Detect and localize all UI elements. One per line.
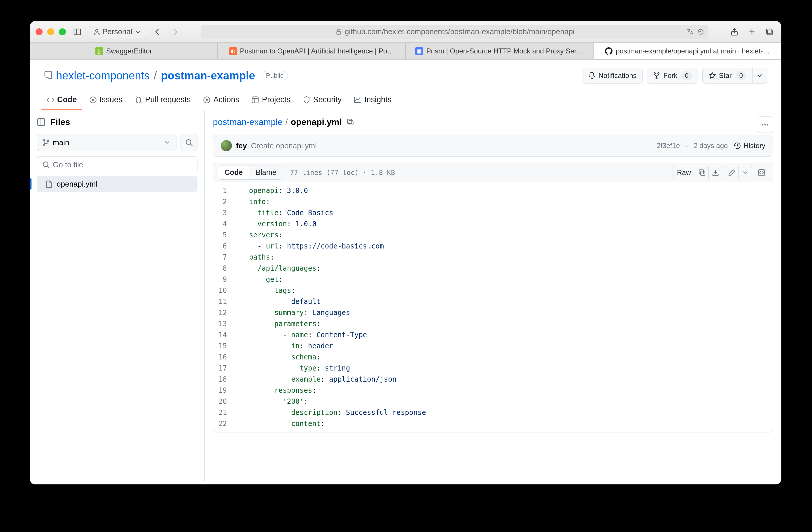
play-icon	[203, 96, 211, 104]
download-icon	[712, 169, 719, 176]
panel-icon[interactable]	[37, 118, 45, 126]
raw-button[interactable]: Raw	[672, 166, 695, 179]
repo-link[interactable]: postman-example	[161, 70, 255, 82]
code-toolbar: Code Blame 77 lines (77 loc) · 1.8 KB Ra…	[213, 163, 773, 182]
svg-rect-37	[699, 170, 704, 174]
shield-icon	[303, 96, 310, 104]
notifications-button[interactable]: Notifications	[582, 68, 643, 84]
new-tab-icon[interactable]	[746, 26, 758, 38]
swagger-favicon: {}	[95, 47, 103, 55]
copy-icon	[698, 169, 706, 176]
code-tab[interactable]: Code	[218, 166, 249, 179]
fork-label: Fork	[663, 72, 677, 80]
tab-prism[interactable]: ▣Prism | Open-Source HTTP Mock and Proxy…	[406, 43, 594, 59]
kebab-icon	[761, 121, 769, 129]
share-icon[interactable]	[728, 26, 741, 38]
nav-projects[interactable]: Projects	[246, 90, 296, 110]
repo-path: hexlet-components / postman-example Publ…	[44, 70, 288, 82]
file-name: openapi.yml	[57, 180, 98, 188]
more-options-button[interactable]	[757, 116, 773, 133]
author-avatar[interactable]	[221, 140, 232, 151]
reload-icon[interactable]	[697, 28, 705, 36]
svg-rect-7	[768, 30, 772, 34]
bell-icon	[588, 72, 596, 80]
edit-button[interactable]	[725, 166, 739, 179]
nav-actions[interactable]: Actions	[198, 90, 245, 110]
nav-label: Issues	[100, 95, 122, 104]
svg-point-9	[654, 72, 656, 74]
breadcrumb-separator: /	[285, 117, 288, 127]
back-button[interactable]	[151, 26, 164, 38]
svg-rect-22	[38, 118, 45, 126]
commit-sha[interactable]: 2f3ef1e	[656, 142, 680, 150]
file-tree-item[interactable]: openapi.yml	[37, 176, 198, 192]
fork-button[interactable]: Fork 0	[647, 68, 698, 84]
forward-button[interactable]	[169, 26, 181, 38]
tab-swagger[interactable]: {}SwaggerEditor	[30, 43, 218, 59]
nav-insights[interactable]: Insights	[349, 90, 397, 110]
history-button[interactable]: History	[734, 142, 765, 150]
profile-button[interactable]: Personal	[89, 26, 146, 38]
svg-rect-32	[347, 119, 352, 124]
pull-request-icon	[135, 96, 142, 104]
minimize-window-button[interactable]	[47, 28, 54, 35]
download-button[interactable]	[709, 166, 722, 179]
svg-line-28	[190, 144, 192, 146]
nav-label: Insights	[364, 95, 391, 104]
translate-icon[interactable]	[686, 28, 694, 36]
svg-rect-0	[74, 29, 81, 35]
fork-icon	[653, 72, 660, 80]
file-view: postman-example / openapi.yml fey Create…	[205, 110, 781, 481]
svg-point-2	[96, 29, 98, 32]
edit-menu-button[interactable]	[739, 166, 752, 179]
svg-point-24	[43, 139, 45, 141]
svg-point-11	[656, 78, 657, 79]
tab-label: Prism | Open-Source HTTP Mock and Proxy …	[426, 47, 583, 55]
svg-point-26	[47, 140, 49, 142]
sidebar-toggle-icon[interactable]	[71, 26, 83, 38]
source-code[interactable]: openapi: 3.0.0 info: title: Code Basics …	[232, 182, 426, 432]
blame-tab[interactable]: Blame	[249, 166, 283, 179]
nav-label: Code	[57, 95, 77, 104]
nav-security[interactable]: Security	[298, 90, 347, 110]
nav-pulls[interactable]: Pull requests	[130, 90, 196, 110]
star-menu-button[interactable]	[753, 68, 767, 84]
latest-commit: fey Create openapi.yml 2f3ef1e · 2 days …	[213, 135, 773, 157]
branch-selector[interactable]: main	[37, 134, 176, 151]
copy-button[interactable]	[695, 166, 709, 179]
svg-point-10	[658, 72, 659, 74]
file-meta: 77 lines (77 loc) · 1.8 KB	[290, 169, 395, 176]
commit-author[interactable]: fey	[236, 141, 247, 150]
nav-issues[interactable]: Issues	[84, 90, 128, 110]
search-tree-button[interactable]	[180, 134, 198, 151]
view-mode-segment: Code Blame	[218, 166, 283, 180]
owner-link[interactable]: hexlet-components	[56, 70, 150, 82]
close-window-button[interactable]	[35, 28, 43, 35]
line-numbers: 12345678910111213141516171819202122	[213, 182, 232, 432]
files-title: Files	[50, 117, 70, 127]
goto-file-input[interactable]: Go to file	[37, 156, 198, 173]
symbols-button[interactable]	[755, 166, 768, 179]
tabs-overview-icon[interactable]	[763, 26, 775, 38]
svg-point-35	[767, 124, 768, 125]
history-icon	[734, 142, 741, 150]
svg-point-34	[764, 124, 766, 125]
star-button[interactable]: Star 0	[702, 68, 753, 84]
profile-label: Personal	[102, 27, 132, 36]
tab-postman[interactable]: ◐Postman to OpenAPI | Artificial Intelli…	[218, 43, 405, 59]
breadcrumb-repo[interactable]: postman-example	[213, 117, 282, 127]
tab-github[interactable]: postman-example/openapi.yml at main · he…	[594, 43, 781, 59]
url-extensions	[686, 28, 705, 36]
symbols-icon	[758, 169, 765, 176]
chevron-down-icon	[741, 169, 749, 176]
traffic-lights	[35, 28, 66, 35]
star-icon	[709, 72, 716, 80]
commit-message[interactable]: Create openapi.yml	[251, 141, 317, 150]
maximize-window-button[interactable]	[59, 28, 66, 35]
copy-path-button[interactable]	[347, 118, 354, 126]
browser-window: Personal github.com/hexlet-components/po…	[30, 21, 781, 485]
project-icon	[251, 96, 259, 104]
code-viewer: Code Blame 77 lines (77 loc) · 1.8 KB Ra…	[213, 163, 773, 432]
nav-code[interactable]: Code	[41, 90, 82, 110]
url-bar[interactable]: github.com/hexlet-components/postman-exa…	[201, 25, 709, 39]
